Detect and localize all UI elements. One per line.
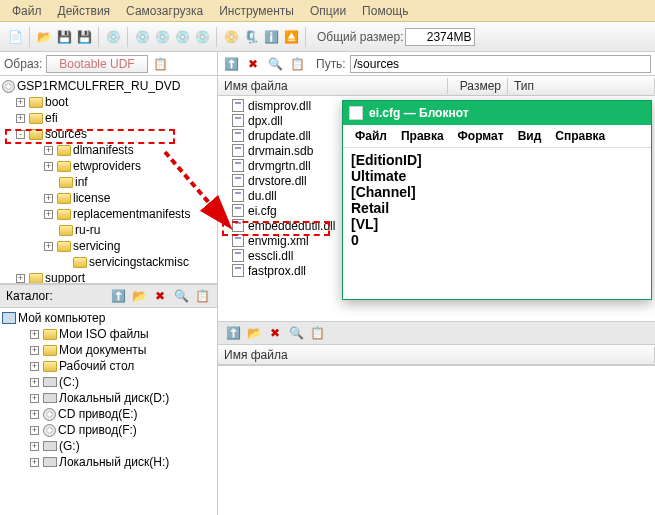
expand-icon[interactable]: + <box>30 442 39 451</box>
l2-props-icon[interactable]: 📋 <box>308 324 326 342</box>
cat-del-icon[interactable]: ✖ <box>151 287 169 305</box>
expand-icon[interactable]: + <box>44 146 53 155</box>
expand-icon[interactable]: + <box>16 114 25 123</box>
image-menu-icon[interactable]: 📋 <box>152 55 170 73</box>
col-name2[interactable]: Имя файла <box>218 347 655 363</box>
expand-icon[interactable]: + <box>44 210 53 219</box>
expand-icon[interactable]: + <box>30 426 39 435</box>
open-icon[interactable]: 📂 <box>35 28 53 46</box>
up-icon[interactable]: ⬆️ <box>222 55 240 73</box>
expand-icon[interactable]: + <box>16 98 25 107</box>
path-input[interactable] <box>350 55 651 73</box>
tree-root-pc[interactable]: Мой компьютер <box>2 310 215 326</box>
menu-help[interactable]: Помощь <box>356 2 414 20</box>
l2-up-icon[interactable]: ⬆️ <box>224 324 242 342</box>
col-type[interactable]: Тип <box>508 78 655 94</box>
col-name[interactable]: Имя файла <box>218 78 448 94</box>
np-menu-format[interactable]: Формат <box>452 127 510 145</box>
notepad-titlebar[interactable]: ei.cfg — Блокнот <box>343 101 651 125</box>
l2-view-icon[interactable]: 🔍 <box>287 324 305 342</box>
cat-open-icon[interactable]: 📂 <box>130 287 148 305</box>
l2-del-icon[interactable]: ✖ <box>266 324 284 342</box>
disc4-icon[interactable]: 💿 <box>193 28 211 46</box>
delete-icon[interactable]: ✖ <box>244 55 262 73</box>
notepad-body[interactable]: [EditionID] Ultimate [Channel] Retail [V… <box>343 148 651 252</box>
expand-icon[interactable]: + <box>30 394 39 403</box>
image-tree: GSP1RMCULFRER_RU_DVD +boot+efi-sources+d… <box>0 76 217 284</box>
catalog-item[interactable]: +Мои документы <box>2 342 215 358</box>
np-menu-help[interactable]: Справка <box>549 127 611 145</box>
expand-icon[interactable]: + <box>44 194 53 203</box>
expand-icon[interactable]: + <box>30 346 39 355</box>
catalog-item[interactable]: +(C:) <box>2 374 215 390</box>
disc-icon <box>43 424 56 437</box>
file-icon <box>232 249 244 262</box>
total-size-input[interactable] <box>405 28 475 46</box>
np-menu-file[interactable]: Файл <box>349 127 393 145</box>
disc3-icon[interactable]: 💿 <box>173 28 191 46</box>
tree-item[interactable]: +support <box>2 270 215 284</box>
tree-root[interactable]: GSP1RMCULFRER_RU_DVD <box>2 78 215 94</box>
catalog-item[interactable]: +Локальный диск(D:) <box>2 390 215 406</box>
info-icon[interactable]: ℹ️ <box>262 28 280 46</box>
catalog-item[interactable]: +Локальный диск(H:) <box>2 454 215 470</box>
col-size[interactable]: Размер <box>448 78 508 94</box>
menu-actions[interactable]: Действия <box>52 2 117 20</box>
catalog-item[interactable]: +CD привод(F:) <box>2 422 215 438</box>
np-menu-edit[interactable]: Правка <box>395 127 450 145</box>
cat-props-icon[interactable]: 📋 <box>193 287 211 305</box>
file-name: du.dll <box>248 189 277 203</box>
disc-icon <box>43 408 56 421</box>
eject-icon[interactable]: ⏏️ <box>282 28 300 46</box>
tree-item[interactable]: -sources <box>2 126 215 142</box>
save-as-icon[interactable]: 💾 <box>75 28 93 46</box>
path-label: Путь: <box>316 57 346 71</box>
tree-item[interactable]: +servicing <box>2 238 215 254</box>
disc2-icon[interactable]: 💿 <box>153 28 171 46</box>
tree-label: efi <box>45 111 58 125</box>
menu-boot[interactable]: Самозагрузка <box>120 2 209 20</box>
save-icon[interactable]: 💾 <box>55 28 73 46</box>
expand-icon[interactable]: + <box>30 378 39 387</box>
expand-icon[interactable]: + <box>30 330 39 339</box>
expand-icon[interactable]: - <box>16 130 25 139</box>
tree-item[interactable]: servicingstackmisc <box>2 254 215 270</box>
disc1-icon[interactable]: 💿 <box>133 28 151 46</box>
tree-item[interactable]: +boot <box>2 94 215 110</box>
tree-item[interactable]: ru-ru <box>2 222 215 238</box>
expand-icon[interactable]: + <box>44 162 53 171</box>
notepad-window[interactable]: ei.cfg — Блокнот Файл Правка Формат Вид … <box>342 100 652 300</box>
tree-label: replacementmanifests <box>73 207 190 221</box>
catalog-item[interactable]: +(G:) <box>2 438 215 454</box>
expand-icon[interactable]: + <box>16 274 25 283</box>
catalog-item[interactable]: +Мои ISO файлы <box>2 326 215 342</box>
expand-icon[interactable]: + <box>30 362 39 371</box>
np-menu-view[interactable]: Вид <box>512 127 548 145</box>
cat-view-icon[interactable]: 🔍 <box>172 287 190 305</box>
bootable-udf-button[interactable]: Bootable UDF <box>46 55 147 73</box>
compress-icon[interactable]: 🗜️ <box>242 28 260 46</box>
expand-icon[interactable]: + <box>44 242 53 251</box>
burn-icon[interactable]: 💿 <box>104 28 122 46</box>
tree-item[interactable]: +dlmanifests <box>2 142 215 158</box>
expand-icon[interactable]: + <box>30 458 39 467</box>
notepad-icon <box>349 106 363 120</box>
cat-up-icon[interactable]: ⬆️ <box>109 287 127 305</box>
view-icon[interactable]: 🔍 <box>266 55 284 73</box>
tree-item[interactable]: +efi <box>2 110 215 126</box>
menu-tools[interactable]: Инструменты <box>213 2 300 20</box>
expand-icon[interactable]: + <box>30 410 39 419</box>
mount-icon[interactable]: 📀 <box>222 28 240 46</box>
folder-icon <box>43 329 57 340</box>
menu-options[interactable]: Опции <box>304 2 352 20</box>
catalog-item[interactable]: +Рабочий стол <box>2 358 215 374</box>
catalog-item[interactable]: +CD привод(E:) <box>2 406 215 422</box>
new-icon[interactable]: 📄 <box>6 28 24 46</box>
l2-open-icon[interactable]: 📂 <box>245 324 263 342</box>
menu-file[interactable]: Файл <box>6 2 48 20</box>
props-icon[interactable]: 📋 <box>288 55 306 73</box>
tree-item[interactable]: inf <box>2 174 215 190</box>
tree-item[interactable]: +etwproviders <box>2 158 215 174</box>
tree-item[interactable]: +license <box>2 190 215 206</box>
tree-item[interactable]: +replacementmanifests <box>2 206 215 222</box>
